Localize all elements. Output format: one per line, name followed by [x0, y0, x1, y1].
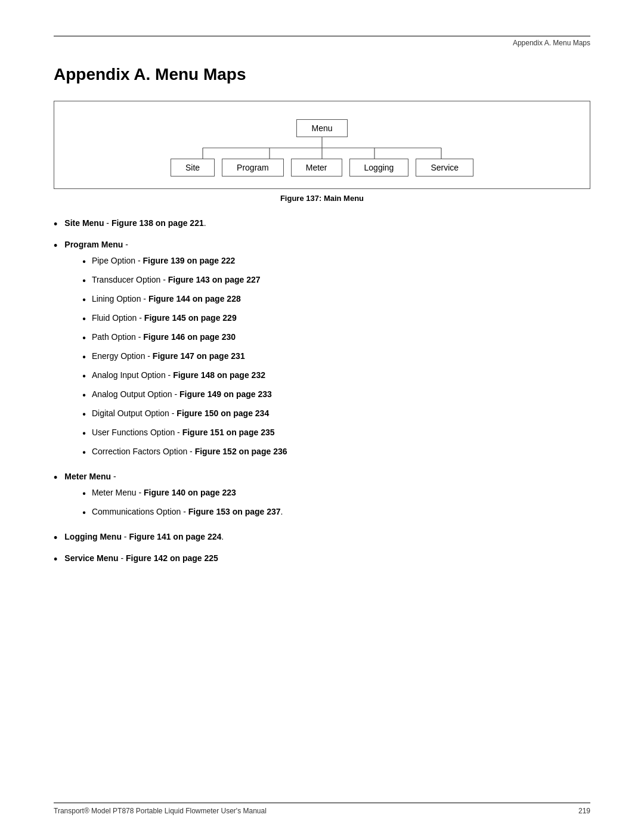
sub-text-path: Path Option - Figure 146 on page 230 [92, 331, 236, 343]
menu-top-box: Menu [296, 119, 347, 137]
menu-item-program: Program [222, 159, 284, 176]
service-menu-bold: Service Menu [64, 553, 118, 563]
menu-item-meter: Meter [291, 159, 342, 176]
sub-item-pipe: Pipe Option - Figure 139 on page 222 [82, 255, 287, 269]
sub-item-lining: Lining Option - Figure 144 on page 228 [82, 293, 287, 307]
sub-item-communications: Communications Option - Figure 153 on pa… [82, 506, 283, 520]
menu-item-logging: Logging [349, 159, 409, 176]
meter-sub-list: Meter Menu - Figure 140 on page 223 Comm… [64, 487, 283, 520]
list-item-site-menu: Site Menu - Figure 138 on page 221. [54, 217, 590, 233]
footer: Transport® Model PT878 Portable Liquid F… [54, 807, 590, 815]
sub-text-energy: Energy Option - Figure 147 on page 231 [92, 350, 245, 363]
list-item-meter-menu: Meter Menu - Meter Menu - Figure 140 on … [54, 470, 590, 525]
main-content: Appendix A. Menu Maps Menu [54, 65, 590, 791]
menu-tree: Menu [78, 119, 566, 176]
site-fig-ref: Figure 138 on page 221 [112, 218, 204, 228]
header-text: Appendix A. Menu Maps [0, 39, 590, 47]
figure-caption-text: Figure 137: Main Menu [280, 194, 364, 203]
connector-lines [173, 137, 471, 159]
figure-caption: Figure 137: Main Menu [54, 194, 590, 203]
sub-item-energy: Energy Option - Figure 147 on page 231 [82, 350, 287, 364]
header-rule [54, 36, 590, 36]
program-sub-list: Pipe Option - Figure 139 on page 222 Tra… [64, 255, 287, 460]
sub-text-user-functions: User Functions Option - Figure 151 on pa… [92, 426, 275, 439]
menu-diagram: Menu [54, 101, 590, 189]
main-bullet-list: Site Menu - Figure 138 on page 221. Prog… [54, 217, 590, 568]
logging-menu-rest: - Figure 141 on page 224. [124, 532, 224, 541]
program-menu-bold: Program Menu [64, 240, 123, 249]
sub-item-transducer: Transducer Option - Figure 143 on page 2… [82, 274, 287, 288]
sub-text-digital-output: Digital Output Option - Figure 150 on pa… [92, 407, 269, 420]
meter-menu-dash: - [113, 472, 116, 481]
footer-rule [54, 803, 590, 803]
page: Appendix A. Menu Maps Appendix A. Menu M… [0, 0, 644, 833]
meter-menu-bold: Meter Menu [64, 472, 111, 481]
sub-text-meter: Meter Menu - Figure 140 on page 223 [92, 487, 236, 499]
sub-item-fluid: Fluid Option - Figure 145 on page 229 [82, 312, 287, 326]
sub-item-correction: Correction Factors Option - Figure 152 o… [82, 445, 287, 460]
appendix-title: Appendix A. Menu Maps [54, 65, 590, 84]
site-menu-text: Site Menu - Figure 138 on page 221. [64, 217, 206, 230]
sub-item-meter-menu: Meter Menu - Figure 140 on page 223 [82, 487, 283, 501]
sub-text-pipe: Pipe Option - Figure 139 on page 222 [92, 255, 235, 267]
logging-menu-text: Logging Menu - Figure 141 on page 224. [64, 531, 224, 543]
sub-text-analog-input: Analog Input Option - Figure 148 on page… [92, 369, 265, 382]
tree-top: Menu [296, 119, 347, 137]
service-menu-rest: - Figure 142 on page 225 [120, 553, 218, 563]
program-menu-dash: - [125, 240, 128, 249]
sub-text-correction: Correction Factors Option - Figure 152 o… [92, 445, 287, 458]
list-item-logging-menu: Logging Menu - Figure 141 on page 224. [54, 531, 590, 546]
logging-menu-bold: Logging Menu [64, 532, 122, 541]
site-menu-rest: - Figure 138 on page 221. [106, 218, 206, 228]
menu-item-site: Site [171, 159, 215, 176]
program-menu-content: Program Menu - Pipe Option - Figure 139 … [64, 239, 287, 465]
sub-item-analog-input: Analog Input Option - Figure 148 on page… [82, 369, 287, 383]
meter-menu-content: Meter Menu - Meter Menu - Figure 140 on … [64, 470, 283, 525]
sub-text-lining: Lining Option - Figure 144 on page 228 [92, 293, 241, 305]
list-item-service-menu: Service Menu - Figure 142 on page 225 [54, 552, 590, 568]
sub-item-path: Path Option - Figure 146 on page 230 [82, 331, 287, 345]
sub-text-comm: Communications Option - Figure 153 on pa… [92, 506, 283, 518]
menu-item-service: Service [416, 159, 473, 176]
sub-item-digital-output: Digital Output Option - Figure 150 on pa… [82, 407, 287, 422]
list-item-program-menu: Program Menu - Pipe Option - Figure 139 … [54, 239, 590, 465]
site-menu-bold: Site Menu [64, 218, 104, 228]
sub-text-analog-output: Analog Output Option - Figure 149 on pag… [92, 388, 272, 401]
sub-item-user-functions: User Functions Option - Figure 151 on pa… [82, 426, 287, 441]
footer-left: Transport® Model PT878 Portable Liquid F… [54, 807, 267, 815]
sub-item-analog-output: Analog Output Option - Figure 149 on pag… [82, 388, 287, 402]
sub-text-transducer: Transducer Option - Figure 143 on page 2… [92, 274, 261, 286]
sub-text-fluid: Fluid Option - Figure 145 on page 229 [92, 312, 237, 324]
tree-bottom: Site Program Meter Logging Service [171, 159, 473, 176]
footer-right: 219 [578, 807, 590, 815]
service-menu-text: Service Menu - Figure 142 on page 225 [64, 552, 218, 565]
